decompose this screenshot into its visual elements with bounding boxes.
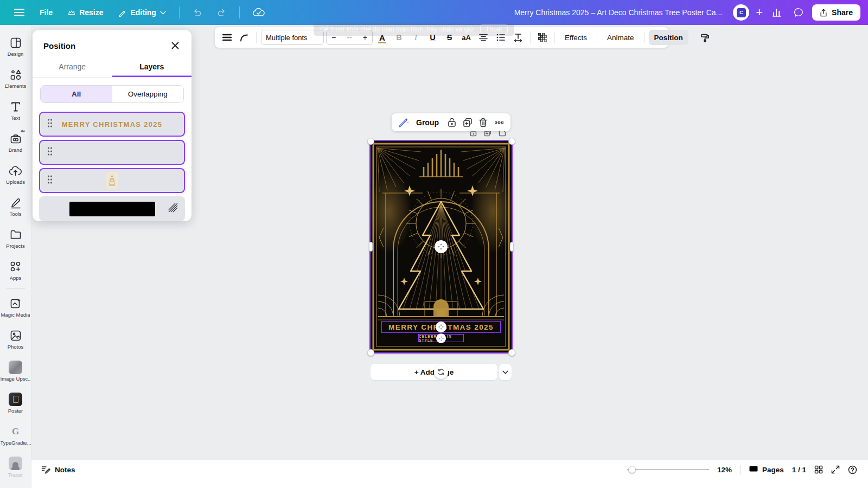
resize-handle-bottom-right[interactable] <box>508 349 515 356</box>
animate-button[interactable]: Animate <box>602 30 640 45</box>
rotate-handle[interactable] <box>434 365 448 379</box>
zoom-level[interactable]: 12% <box>717 466 732 474</box>
strikethrough-button[interactable]: S <box>442 30 457 45</box>
font-family-button[interactable]: Multiple fonts <box>261 30 324 45</box>
topbar-divider <box>239 7 240 18</box>
text-case-button[interactable]: aA <box>459 30 474 45</box>
group-button[interactable]: Group <box>412 118 443 127</box>
curve-text-button[interactable] <box>237 30 252 45</box>
curve-icon <box>240 34 248 42</box>
sidebar-item-elements[interactable]: Elements <box>0 62 31 94</box>
insights-button[interactable] <box>769 4 785 21</box>
resize-handle-top-left[interactable] <box>367 138 374 145</box>
zoom-slider[interactable] <box>627 465 709 474</box>
copy-style-button[interactable] <box>698 30 713 45</box>
zoom-slider-knob[interactable] <box>628 466 636 473</box>
main-menu-button[interactable] <box>9 5 30 20</box>
sidebar-item-photos[interactable]: Photos <box>0 323 31 355</box>
undo-button[interactable] <box>187 5 207 20</box>
resize-handle-left[interactable] <box>369 242 373 252</box>
magic-wand-icon <box>398 117 409 128</box>
magic-edit-button[interactable] <box>396 115 411 130</box>
text-styles-button[interactable] <box>219 30 234 45</box>
layer-item-background[interactable] <box>39 196 185 221</box>
sidebar-item-design[interactable]: Design <box>0 30 31 62</box>
redo-button[interactable] <box>212 5 232 20</box>
layers-filter: All Overlapping <box>40 85 184 103</box>
font-size-stepper[interactable]: − -- + <box>326 30 373 45</box>
help-button[interactable] <box>848 465 857 474</box>
panel-title: Position <box>43 41 75 50</box>
spacing-button[interactable] <box>510 30 526 45</box>
text-color-button[interactable]: A <box>375 30 390 45</box>
sidebar-item-uploads[interactable]: Uploads <box>0 158 31 190</box>
drag-handle-icon[interactable] <box>47 175 53 187</box>
underline-button[interactable]: U <box>425 30 440 45</box>
sidebar-item-projects[interactable]: Projects <box>0 222 31 254</box>
editing-mode-button[interactable]: Editing <box>113 4 171 21</box>
move-handle-image[interactable] <box>435 240 448 253</box>
sidebar-item-image-upscaler[interactable]: Image Upsc... <box>0 355 31 387</box>
lock-button[interactable] <box>444 115 459 130</box>
close-panel-button[interactable] <box>169 39 182 52</box>
background-color-preview <box>69 202 155 216</box>
bold-button[interactable]: B <box>392 30 406 45</box>
tab-arrange[interactable]: Arrange <box>33 57 112 77</box>
tab-layers[interactable]: Layers <box>112 57 192 77</box>
drag-handle-icon[interactable] <box>47 119 53 130</box>
delete-button[interactable] <box>476 115 490 130</box>
comments-button[interactable] <box>790 4 807 21</box>
layer-item-subtitle-text[interactable] <box>39 140 185 165</box>
sidebar-item-typegradient[interactable]: G TypeGradie... <box>0 419 31 451</box>
list-button[interactable] <box>493 30 508 45</box>
pages-toggle-button[interactable]: Pages <box>749 465 784 474</box>
share-button[interactable]: Share <box>812 4 860 21</box>
toolbar-divider <box>554 32 555 43</box>
sidebar-item-poster[interactable]: Poster <box>0 387 31 419</box>
resize-handle-right[interactable] <box>510 242 514 252</box>
file-menu-button[interactable]: File <box>34 4 58 21</box>
move-dots-icon <box>438 324 444 330</box>
resize-button[interactable]: Resize <box>62 4 108 21</box>
tools-pen-icon <box>9 196 22 209</box>
user-avatar[interactable]: C <box>733 4 749 21</box>
grid-view-icon <box>814 465 823 474</box>
drag-handle-icon[interactable] <box>47 147 53 158</box>
transparency-button[interactable] <box>535 30 550 45</box>
position-button[interactable]: Position <box>649 30 688 45</box>
sidebar-item-apps[interactable]: Apps <box>0 254 31 286</box>
letter-spacing-icon <box>514 33 522 42</box>
sidebar-item-tracer[interactable]: Tracer <box>0 451 31 483</box>
font-size-increase[interactable]: + <box>363 33 367 42</box>
move-handle-subtitle[interactable] <box>436 333 446 343</box>
fullscreen-icon <box>831 465 840 474</box>
sidebar-item-brand[interactable]: Brand <box>0 126 31 158</box>
italic-button[interactable]: I <box>409 30 423 45</box>
add-page-dropdown-button[interactable] <box>499 364 512 380</box>
cloud-save-status[interactable] <box>247 4 270 21</box>
effects-button[interactable]: Effects <box>559 30 592 45</box>
sidebar-item-tools[interactable]: Tools <box>0 190 31 222</box>
duplicate-button[interactable] <box>460 115 475 130</box>
alignment-button[interactable] <box>476 30 491 45</box>
magic-media-icon <box>9 297 22 310</box>
more-options-button[interactable] <box>492 115 506 130</box>
apps-grid-icon <box>9 260 22 273</box>
layer-item-title-text[interactable]: MERRY CHRISTMAS 2025 <box>39 112 185 137</box>
resize-handle-bottom-left[interactable] <box>367 349 374 356</box>
sidebar-item-magic-media[interactable]: Magic Media <box>0 291 31 323</box>
font-size-decrease[interactable]: − <box>331 33 336 42</box>
resize-handle-top-right[interactable] <box>508 138 515 145</box>
sidebar-item-text[interactable]: Text <box>0 94 31 126</box>
notes-button[interactable]: Notes <box>41 465 75 474</box>
filter-overlapping[interactable]: Overlapping <box>112 86 184 102</box>
document-title[interactable]: Merry Christmas 2025 – Art Deco Christma… <box>514 8 723 17</box>
fullscreen-button[interactable] <box>831 465 840 474</box>
layer-item-image[interactable] <box>39 168 185 193</box>
grid-view-button[interactable] <box>814 465 823 474</box>
move-handle-title[interactable] <box>436 322 446 332</box>
font-size-value[interactable]: -- <box>347 33 352 42</box>
filter-all[interactable]: All <box>41 86 112 102</box>
zoom-slider-track[interactable] <box>627 469 709 470</box>
invite-member-button[interactable]: + <box>755 7 764 18</box>
